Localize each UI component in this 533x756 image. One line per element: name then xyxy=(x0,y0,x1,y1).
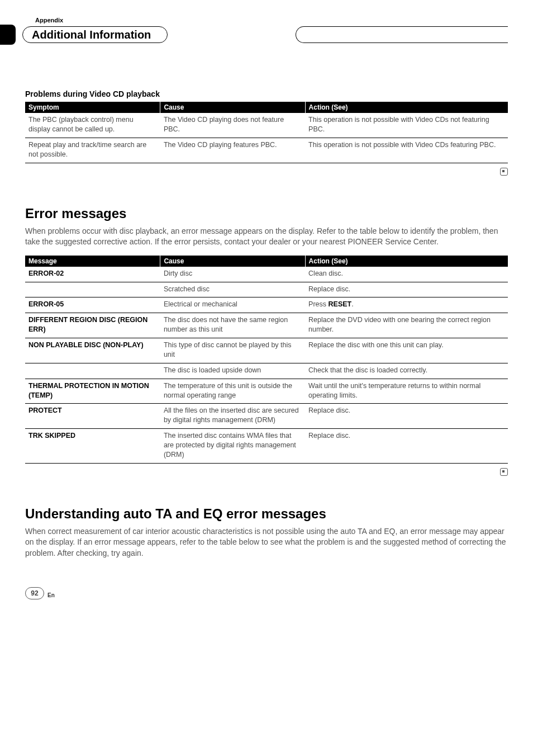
table-row: PROTECT All the files on the inserted di… xyxy=(25,404,508,429)
section-end-icon xyxy=(25,168,508,178)
cell: The disc is loaded upside down xyxy=(160,363,305,379)
cell: Replace disc. xyxy=(305,429,508,464)
cell: The Video CD playing features PBC. xyxy=(160,138,305,163)
section1-subtitle: Problems during Video CD playback xyxy=(25,89,508,98)
table-header-row: Symptom Cause Action (See) xyxy=(25,102,508,113)
cell: The PBC (playback control) menu display … xyxy=(25,113,160,138)
section-end-icon xyxy=(25,468,508,478)
cell: Replace the disc with one this unit can … xyxy=(305,338,508,363)
cell: Scratched disc xyxy=(160,282,305,297)
cell: The Video CD playing does not feature PB… xyxy=(160,113,305,138)
cell: PROTECT xyxy=(25,404,160,429)
col-header: Cause xyxy=(160,102,305,113)
cell: ERROR-02 xyxy=(25,267,160,282)
cell: Repeat play and track/time search are no… xyxy=(25,138,160,163)
cell: Dirty disc xyxy=(160,267,305,282)
section3-intro: When correct measurement of car interior… xyxy=(25,526,508,559)
table-row: Scratched disc Replace disc. xyxy=(25,282,508,297)
appendix-label: Appendix xyxy=(35,17,508,23)
cell: Electrical or mechanical xyxy=(160,297,305,313)
cell: The disc does not have the same region n… xyxy=(160,313,305,338)
cell: This type of disc cannot be played by th… xyxy=(160,338,305,363)
section1-table: Symptom Cause Action (See) The PBC (play… xyxy=(25,102,508,163)
section2-intro: When problems occur with disc playback, … xyxy=(25,226,508,248)
col-header: Symptom xyxy=(25,102,160,113)
cell xyxy=(25,282,160,297)
section2-title: Error messages xyxy=(25,206,508,221)
table-row: DIFFERENT REGION DISC (REGION ERR) The d… xyxy=(25,313,508,338)
title-pill-left: Additional Information xyxy=(22,26,168,43)
table-row: ERROR-02 Dirty disc Clean disc. xyxy=(25,267,508,282)
cell-text: Press xyxy=(308,300,328,308)
col-header: Action (See) xyxy=(305,256,508,267)
cell: This operation is not possible with Vide… xyxy=(305,113,508,138)
header-row: Additional Information xyxy=(25,25,508,45)
cell: Replace disc. xyxy=(305,282,508,297)
side-tab xyxy=(0,25,16,45)
cell: Replace disc. xyxy=(305,404,508,429)
language-label: En xyxy=(47,592,55,598)
cell: The inserted disc contains WMA files tha… xyxy=(160,429,305,464)
page-title: Additional Information xyxy=(32,29,151,41)
page-number: 92 xyxy=(25,587,44,599)
col-header: Cause xyxy=(160,256,305,267)
cell: TRK SKIPPED xyxy=(25,429,160,464)
cell: Check that the disc is loaded correctly. xyxy=(305,363,508,379)
cell: This operation is not possible with Vide… xyxy=(305,138,508,163)
section3-title: Understanding auto TA and EQ error messa… xyxy=(25,506,508,522)
cell: Replace the DVD video with one bearing t… xyxy=(305,313,508,338)
cell: THERMAL PROTECTION IN MOTION (TEMP) xyxy=(25,379,160,404)
col-header: Action (See) xyxy=(305,102,508,113)
footer: 92 En xyxy=(25,587,508,599)
table-row: The disc is loaded upside down Check tha… xyxy=(25,363,508,379)
cell: Clean disc. xyxy=(305,267,508,282)
cell-bold: RESET xyxy=(329,300,352,308)
cell: All the files on the inserted disc are s… xyxy=(160,404,305,429)
table-row: ERROR-05 Electrical or mechanical Press … xyxy=(25,297,508,313)
title-pill-right xyxy=(296,26,508,43)
table-row: TRK SKIPPED The inserted disc contains W… xyxy=(25,429,508,464)
table-row: The PBC (playback control) menu display … xyxy=(25,113,508,138)
cell: NON PLAYABLE DISC (NON-PLAY) xyxy=(25,338,160,363)
cell: Press RESET. xyxy=(305,297,508,313)
cell-text: . xyxy=(351,300,353,308)
cell xyxy=(25,363,160,379)
table-header-row: Message Cause Action (See) xyxy=(25,256,508,267)
table-row: NON PLAYABLE DISC (NON-PLAY) This type o… xyxy=(25,338,508,363)
table-row: Repeat play and track/time search are no… xyxy=(25,138,508,163)
section2-table: Message Cause Action (See) ERROR-02 Dirt… xyxy=(25,256,508,464)
cell: ERROR-05 xyxy=(25,297,160,313)
cell: The temperature of this unit is outside … xyxy=(160,379,305,404)
col-header: Message xyxy=(25,256,160,267)
cell: Wait until the unit's temperature return… xyxy=(305,379,508,404)
table-row: THERMAL PROTECTION IN MOTION (TEMP) The … xyxy=(25,379,508,404)
cell: DIFFERENT REGION DISC (REGION ERR) xyxy=(25,313,160,338)
